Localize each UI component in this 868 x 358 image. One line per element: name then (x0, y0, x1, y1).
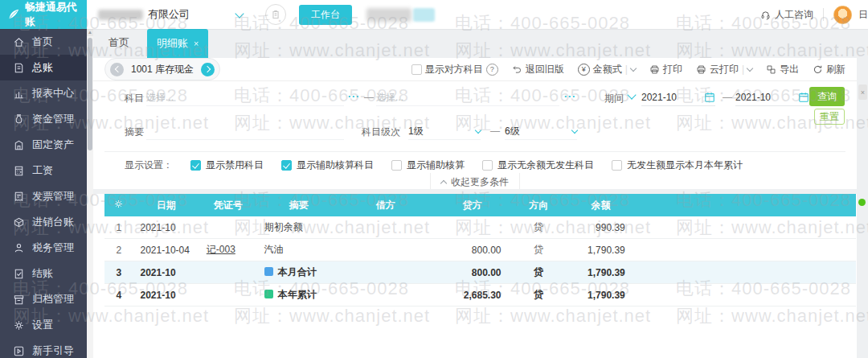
scrollbar-up-arrow[interactable]: ▲ (87, 29, 93, 36)
assets-icon (13, 139, 25, 151)
display-option[interactable]: 显示禁用科目 (190, 158, 264, 172)
cell-filler (638, 216, 856, 239)
display-option[interactable]: 显示辅助核算 (391, 158, 465, 172)
sidebar-item-tax[interactable]: 税务管理 (0, 235, 87, 261)
cell-credit: 800.00 (431, 261, 514, 284)
chevron-down-icon[interactable] (627, 90, 636, 99)
level-to-select[interactable]: 6级 (505, 123, 577, 140)
cell-filler (638, 284, 856, 307)
back-old-version-button[interactable]: 退回旧版 (512, 63, 564, 76)
period-to-field[interactable]: 2021-10 (735, 89, 809, 106)
checkbox[interactable] (411, 64, 422, 75)
summary-input[interactable] (146, 123, 344, 140)
cloud-print-dropdown[interactable]: 云打印 | (696, 63, 752, 76)
table-row[interactable]: 32021-10本月合计800.00贷1,790.39 (104, 261, 856, 284)
close-icon[interactable]: × (194, 39, 199, 48)
gear-icon[interactable] (113, 199, 124, 209)
cell-voucher[interactable]: 记-003 (199, 239, 257, 261)
sidebar-item-invoice[interactable]: 发票管理 (0, 183, 87, 209)
sidebar-item-funds[interactable]: 资金管理 (0, 106, 87, 132)
column-header[interactable]: 摘要 (257, 194, 341, 216)
sidebar-item-label: 税务管理 (32, 241, 74, 255)
sidebar-item-guide[interactable]: 新手引导 (0, 338, 87, 358)
cell-date: 2021-10 (133, 261, 199, 284)
cell-voucher (199, 216, 257, 239)
subject-to-picker[interactable]: ··· (564, 91, 576, 102)
period-from-field[interactable]: 2021-10 (641, 89, 715, 106)
period-from-value: 2021-10 (641, 92, 677, 103)
period-label: 期间 (604, 92, 624, 105)
sidebar-item-trade[interactable]: 进销台账 (0, 209, 87, 235)
next-account-icon[interactable] (201, 63, 215, 76)
table-row[interactable]: 22021-10-04记-003汽油800.00贷1,790.39 (104, 239, 856, 261)
scrollbar-thumb[interactable] (88, 38, 92, 150)
refresh-button[interactable]: 刷新 (813, 63, 845, 76)
settings-icon (13, 319, 25, 331)
column-header[interactable]: 凭证号 (199, 194, 257, 216)
voucher-link[interactable]: 记-003 (207, 244, 235, 255)
range-dash: — (364, 92, 374, 103)
sidebar-item-home[interactable]: 首页 (0, 29, 87, 55)
sidebar-item-reports[interactable]: 报表中心 (0, 80, 87, 106)
display-settings-label: 显示设置： (125, 158, 173, 172)
tab-home[interactable]: 首页 (93, 35, 137, 58)
print-button[interactable]: 打印 (649, 63, 682, 76)
subject-to-input[interactable]: 选择... (376, 89, 559, 106)
checkbox[interactable] (190, 160, 201, 171)
table-row[interactable]: 12021-10期初余额贷990.39 (104, 216, 856, 239)
show-opposite-toggle[interactable]: 显示对方科目 ? (411, 63, 498, 76)
chevron-down-icon[interactable] (747, 64, 753, 71)
column-header[interactable]: 余额 (563, 194, 638, 216)
sidebar-scrollbar[interactable]: ▲ (87, 29, 93, 358)
display-option[interactable]: 显示辅助核算科目 (281, 158, 374, 172)
column-settings-header[interactable] (104, 194, 133, 216)
chevron-down-icon[interactable] (235, 9, 244, 18)
chevron-down-icon[interactable] (630, 64, 637, 71)
company-selector[interactable]: 有限公司 (98, 7, 243, 22)
panel-collapse-handle[interactable]: × (858, 84, 867, 100)
ledger-table: 日期凭证号摘要借方贷方方向余额 12021-10期初余额贷990.3922021… (104, 194, 856, 358)
sidebar-item-payroll[interactable]: 工资 (0, 158, 87, 183)
amount-style-dropdown[interactable]: ¥ 金额式 | (578, 63, 636, 76)
notes-icon[interactable] (265, 4, 286, 25)
display-option[interactable]: 无发生额显示本月本年累计 (612, 158, 743, 172)
column-header[interactable]: 借方 (341, 194, 431, 216)
sidebar-item-assets[interactable]: 固定资产 (0, 132, 87, 158)
divider: | (625, 64, 628, 75)
archive-icon (13, 294, 25, 306)
company-suffix: 有限公司 (148, 7, 190, 22)
export-button[interactable]: 导出 (766, 63, 799, 76)
logo-feather-icon (6, 7, 21, 22)
column-header[interactable]: 日期 (133, 194, 199, 216)
help-icon[interactable]: ? (486, 64, 498, 76)
subject-from-picker[interactable]: ··· (348, 91, 360, 102)
level-to-value: 6级 (505, 125, 520, 138)
floating-assistant-dot[interactable] (858, 199, 866, 206)
reset-button[interactable]: 重置 (814, 109, 845, 125)
checkbox[interactable] (482, 160, 493, 171)
level-from-select[interactable]: 1级 (408, 123, 481, 140)
table-row[interactable]: 42021-10本年累计2,685.30贷1,790.39 (104, 284, 856, 307)
sidebar-item-ledger[interactable]: 总账 (0, 55, 87, 80)
sidebar-item-closing[interactable]: 结账 (0, 261, 87, 286)
query-button[interactable]: 查询 (809, 87, 845, 106)
table-header-row: 日期凭证号摘要借方贷方方向余额 (104, 194, 856, 216)
support-button[interactable]: 人工咨询 (760, 8, 813, 22)
checkbox[interactable] (612, 160, 622, 171)
account-value[interactable]: 1001 库存现金 (131, 63, 194, 76)
subject-from-input[interactable]: 选择... (146, 89, 344, 106)
display-option[interactable]: 显示无余额无发生科目 (482, 158, 594, 172)
checkbox[interactable] (391, 160, 402, 171)
avatar[interactable] (833, 6, 852, 24)
calendar-icon[interactable] (704, 92, 715, 103)
sidebar-item-archive[interactable]: 归档管理 (0, 286, 87, 312)
prev-account-icon[interactable] (110, 63, 124, 76)
filter-row-subject: 科目 选择... ··· — 选择... ··· 期间 2021-10 — 20… (93, 88, 857, 108)
calendar-icon[interactable] (798, 92, 809, 103)
column-header[interactable]: 贷方 (431, 194, 514, 216)
workbench-button[interactable]: 工作台 (299, 5, 352, 25)
checkbox[interactable] (281, 160, 292, 171)
sidebar-item-settings[interactable]: 设置 (0, 312, 87, 338)
column-header[interactable]: 方向 (514, 194, 564, 216)
tab-detail-ledger[interactable]: 明细账 × (147, 29, 208, 58)
